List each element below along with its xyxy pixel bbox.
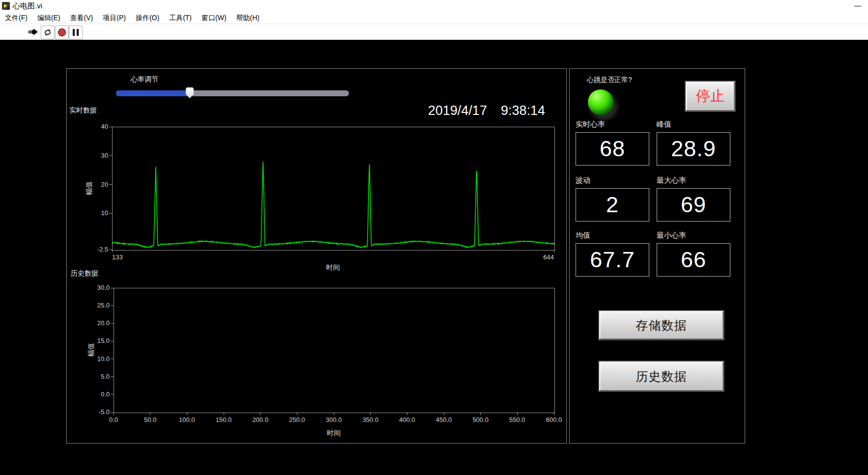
indicator-max-heart-rate: 最大心率 69 [657, 176, 730, 222]
menu-tools[interactable]: 工具(T) [164, 12, 197, 24]
realtime-chart-plot [112, 127, 555, 251]
menu-window[interactable]: 窗口(W) [197, 12, 231, 24]
x-tick-mark [554, 412, 554, 415]
x-tick-label: 250.0 [283, 416, 311, 423]
stop-button[interactable]: 停止 [686, 82, 735, 111]
x-tick-mark [444, 412, 444, 415]
y-tick-mark [111, 376, 114, 377]
menu-bar: 文件(F) 编辑(E) 查看(V) 项目(P) 操作(O) 工具(T) 窗口(W… [0, 12, 868, 24]
x-tick-label: 50.0 [137, 416, 164, 423]
run-icon [29, 28, 38, 36]
indicator-value: 66 [681, 247, 706, 273]
realtime-x-axis-label: 时间 [112, 263, 554, 272]
run-continuous-icon [43, 28, 52, 37]
toolbar [0, 24, 868, 40]
history-chart-title: 历史数据 [71, 269, 98, 278]
pause-button[interactable] [69, 26, 83, 39]
x-tick-mark [554, 250, 554, 252]
led-label: 心跳是否正常? [587, 76, 632, 84]
pause-icon [72, 28, 79, 36]
realtime-chart-title: 实时数据 [69, 106, 97, 115]
x-tick-mark [114, 412, 114, 415]
indicator-realtime-heart-rate: 实时心率 68 [576, 120, 649, 166]
menu-edit[interactable]: 编辑(E) [32, 12, 65, 24]
y-tick-label: 30 [85, 152, 108, 159]
x-tick-label: 644 [534, 253, 554, 261]
y-tick-mark [111, 306, 114, 306]
y-tick-label: 20.0 [86, 319, 110, 327]
indicator-value: 2 [606, 192, 619, 218]
y-tick-mark [109, 213, 112, 214]
y-tick-label: 20 [85, 181, 108, 188]
y-tick-mark [111, 341, 114, 341]
history-chart-plot [114, 288, 555, 413]
x-tick-mark [407, 412, 407, 415]
x-tick-label: 0.0 [100, 416, 127, 423]
indicator-value: 69 [681, 192, 706, 218]
indicator-fluctuation: 波动 2 [576, 176, 649, 222]
timestamp-time: 9:38:14 [501, 103, 545, 118]
indicator-label: 最大心率 [657, 176, 730, 185]
slider-thumb[interactable] [186, 87, 194, 98]
menu-help[interactable]: 帮助(H) [231, 12, 264, 24]
indicator-label: 峰值 [657, 120, 730, 129]
x-tick-label: 350.0 [357, 416, 384, 423]
run-continuous-button[interactable] [41, 26, 55, 39]
history-x-axis-label: 时间 [114, 429, 554, 438]
x-tick-mark [112, 250, 113, 252]
x-tick-mark [150, 412, 150, 415]
indicator-label: 实时心率 [576, 120, 649, 129]
indicator-value: 68 [600, 136, 625, 162]
y-tick-label: 10.0 [86, 355, 110, 363]
heart-rate-slider[interactable] [116, 90, 349, 96]
y-tick-label: 15.0 [86, 337, 110, 344]
stats-panel: 心跳是否正常? 停止 实时心率 68 峰值 28.9 波动 2 最大心率 69 … [569, 68, 745, 444]
heartbeat-status-led [588, 89, 613, 115]
x-tick-mark [260, 412, 260, 415]
x-tick-label: 400.0 [393, 416, 421, 423]
slider-label: 心率调节 [131, 75, 158, 84]
app-icon [2, 2, 10, 10]
timestamp: 2019/4/179:38:14 [428, 103, 545, 118]
indicator-label: 最小心率 [657, 231, 730, 240]
y-tick-mark [109, 184, 112, 185]
indicator-min-heart-rate: 最小心率 66 [657, 231, 730, 277]
y-tick-label: 5.0 [86, 373, 110, 380]
store-data-button[interactable]: 存储数据 [599, 311, 723, 339]
indicator-value: 28.9 [671, 136, 716, 162]
x-tick-label: 300.0 [320, 416, 347, 423]
x-tick-label: 600.0 [540, 416, 568, 423]
x-tick-label: 133 [112, 253, 123, 261]
x-tick-mark [517, 412, 518, 415]
x-tick-label: 150.0 [210, 416, 237, 423]
x-tick-mark [480, 412, 481, 415]
indicator-value: 67.7 [590, 247, 635, 273]
x-tick-mark [334, 412, 334, 415]
menu-view[interactable]: 查看(V) [65, 12, 98, 24]
menu-operate[interactable]: 操作(O) [131, 12, 164, 24]
menu-file[interactable]: 文件(F) [0, 12, 32, 24]
x-tick-label: 100.0 [173, 416, 201, 423]
slider-fill [116, 90, 190, 96]
x-tick-mark [297, 412, 297, 415]
x-tick-label: 550.0 [503, 416, 531, 423]
realtime-y-axis-label: 幅值 [85, 173, 94, 203]
x-tick-mark [187, 412, 187, 415]
history-data-button[interactable]: 历史数据 [599, 362, 723, 391]
y-tick-label: 10 [85, 209, 108, 217]
ecg-waveform [113, 127, 554, 250]
abort-button[interactable] [55, 26, 69, 39]
menu-project[interactable]: 项目(P) [98, 12, 131, 24]
run-button[interactable] [27, 26, 40, 38]
x-tick-mark [370, 412, 371, 415]
indicator-label: 波动 [576, 176, 649, 185]
minimize-button[interactable]: — [854, 0, 861, 11]
y-tick-label: 0.0 [86, 391, 110, 398]
y-tick-mark [111, 394, 114, 394]
x-tick-label: 200.0 [247, 416, 274, 423]
y-tick-mark [111, 359, 114, 359]
indicator-peak-value: 峰值 28.9 [657, 120, 730, 166]
y-tick-label: -5.0 [86, 408, 110, 416]
x-tick-mark [224, 412, 224, 415]
y-tick-mark [109, 155, 112, 156]
